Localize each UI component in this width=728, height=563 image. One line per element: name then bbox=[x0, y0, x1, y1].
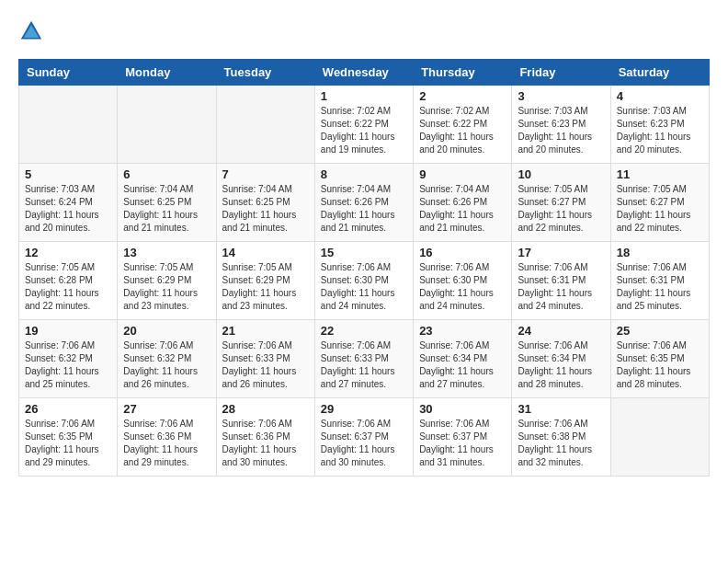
day-number: 15 bbox=[321, 246, 407, 259]
calendar-cell bbox=[19, 86, 118, 164]
calendar-cell: 31Sunrise: 7:06 AM Sunset: 6:38 PM Dayli… bbox=[512, 398, 610, 477]
page-header bbox=[18, 18, 710, 44]
day-number: 24 bbox=[518, 324, 604, 338]
day-number: 12 bbox=[25, 246, 111, 259]
calendar-cell: 18Sunrise: 7:06 AM Sunset: 6:31 PM Dayli… bbox=[610, 242, 709, 320]
day-info: Sunrise: 7:06 AM Sunset: 6:31 PM Dayligh… bbox=[518, 261, 604, 313]
day-number: 14 bbox=[222, 246, 309, 259]
calendar-cell: 6Sunrise: 7:04 AM Sunset: 6:25 PM Daylig… bbox=[118, 164, 216, 242]
day-info: Sunrise: 7:05 AM Sunset: 6:27 PM Dayligh… bbox=[518, 183, 604, 235]
calendar-header-row: SundayMondayTuesdayWednesdayThursdayFrid… bbox=[19, 60, 710, 86]
calendar-cell: 23Sunrise: 7:06 AM Sunset: 6:34 PM Dayli… bbox=[414, 320, 512, 398]
week-row-2: 5Sunrise: 7:03 AM Sunset: 6:24 PM Daylig… bbox=[19, 164, 710, 242]
calendar-cell: 20Sunrise: 7:06 AM Sunset: 6:32 PM Dayli… bbox=[118, 320, 216, 398]
day-number: 1 bbox=[321, 89, 407, 103]
day-info: Sunrise: 7:05 AM Sunset: 6:27 PM Dayligh… bbox=[617, 183, 703, 235]
day-info: Sunrise: 7:06 AM Sunset: 6:36 PM Dayligh… bbox=[222, 418, 309, 469]
calendar-table: SundayMondayTuesdayWednesdayThursdayFrid… bbox=[18, 59, 710, 477]
day-number: 30 bbox=[419, 402, 506, 416]
day-info: Sunrise: 7:06 AM Sunset: 6:35 PM Dayligh… bbox=[25, 418, 111, 469]
calendar-cell: 30Sunrise: 7:06 AM Sunset: 6:37 PM Dayli… bbox=[414, 398, 512, 477]
day-number: 31 bbox=[518, 402, 604, 416]
day-number: 26 bbox=[25, 402, 111, 416]
day-number: 6 bbox=[123, 167, 210, 181]
header-thursday: Thursday bbox=[414, 60, 512, 86]
day-number: 21 bbox=[222, 324, 309, 338]
calendar-cell: 24Sunrise: 7:06 AM Sunset: 6:34 PM Dayli… bbox=[512, 320, 610, 398]
day-info: Sunrise: 7:06 AM Sunset: 6:36 PM Dayligh… bbox=[123, 418, 210, 469]
day-number: 9 bbox=[419, 167, 506, 181]
day-number: 13 bbox=[123, 246, 210, 259]
day-info: Sunrise: 7:03 AM Sunset: 6:24 PM Dayligh… bbox=[25, 183, 111, 235]
day-info: Sunrise: 7:04 AM Sunset: 6:26 PM Dayligh… bbox=[321, 183, 407, 235]
day-number: 23 bbox=[419, 324, 506, 338]
day-info: Sunrise: 7:06 AM Sunset: 6:38 PM Dayligh… bbox=[518, 418, 604, 469]
day-info: Sunrise: 7:05 AM Sunset: 6:29 PM Dayligh… bbox=[222, 261, 309, 313]
calendar-cell: 3Sunrise: 7:03 AM Sunset: 6:23 PM Daylig… bbox=[512, 86, 610, 164]
calendar-cell: 26Sunrise: 7:06 AM Sunset: 6:35 PM Dayli… bbox=[19, 398, 118, 477]
day-number: 3 bbox=[518, 89, 604, 103]
calendar-cell: 21Sunrise: 7:06 AM Sunset: 6:33 PM Dayli… bbox=[216, 320, 314, 398]
calendar-cell: 17Sunrise: 7:06 AM Sunset: 6:31 PM Dayli… bbox=[512, 242, 610, 320]
day-number: 11 bbox=[617, 167, 703, 181]
day-number: 16 bbox=[419, 246, 506, 259]
day-info: Sunrise: 7:03 AM Sunset: 6:23 PM Dayligh… bbox=[518, 105, 604, 156]
day-number: 27 bbox=[123, 402, 210, 416]
day-info: Sunrise: 7:04 AM Sunset: 6:26 PM Dayligh… bbox=[419, 183, 506, 235]
calendar-cell: 28Sunrise: 7:06 AM Sunset: 6:36 PM Dayli… bbox=[216, 398, 314, 477]
day-info: Sunrise: 7:06 AM Sunset: 6:37 PM Dayligh… bbox=[321, 418, 407, 469]
header-saturday: Saturday bbox=[610, 60, 709, 86]
calendar-cell: 2Sunrise: 7:02 AM Sunset: 6:22 PM Daylig… bbox=[414, 86, 512, 164]
day-info: Sunrise: 7:02 AM Sunset: 6:22 PM Dayligh… bbox=[419, 105, 506, 156]
calendar-cell: 16Sunrise: 7:06 AM Sunset: 6:30 PM Dayli… bbox=[414, 242, 512, 320]
day-info: Sunrise: 7:06 AM Sunset: 6:33 PM Dayligh… bbox=[222, 339, 309, 391]
calendar-cell: 25Sunrise: 7:06 AM Sunset: 6:35 PM Dayli… bbox=[610, 320, 709, 398]
logo-icon bbox=[18, 18, 44, 44]
day-info: Sunrise: 7:04 AM Sunset: 6:25 PM Dayligh… bbox=[222, 183, 309, 235]
day-number: 8 bbox=[321, 167, 407, 181]
day-info: Sunrise: 7:06 AM Sunset: 6:34 PM Dayligh… bbox=[419, 339, 506, 391]
day-info: Sunrise: 7:05 AM Sunset: 6:28 PM Dayligh… bbox=[25, 261, 111, 313]
day-info: Sunrise: 7:04 AM Sunset: 6:25 PM Dayligh… bbox=[123, 183, 210, 235]
header-tuesday: Tuesday bbox=[216, 60, 314, 86]
day-info: Sunrise: 7:05 AM Sunset: 6:29 PM Dayligh… bbox=[123, 261, 210, 313]
calendar-cell bbox=[610, 398, 709, 477]
day-number: 18 bbox=[617, 246, 703, 259]
calendar-cell: 29Sunrise: 7:06 AM Sunset: 6:37 PM Dayli… bbox=[314, 398, 413, 477]
header-monday: Monday bbox=[118, 60, 216, 86]
day-number: 19 bbox=[25, 324, 111, 338]
day-number: 20 bbox=[123, 324, 210, 338]
week-row-4: 19Sunrise: 7:06 AM Sunset: 6:32 PM Dayli… bbox=[19, 320, 710, 398]
day-number: 22 bbox=[321, 324, 407, 338]
day-info: Sunrise: 7:06 AM Sunset: 6:35 PM Dayligh… bbox=[617, 339, 703, 391]
week-row-3: 12Sunrise: 7:05 AM Sunset: 6:28 PM Dayli… bbox=[19, 242, 710, 320]
day-info: Sunrise: 7:06 AM Sunset: 6:31 PM Dayligh… bbox=[617, 261, 703, 313]
day-info: Sunrise: 7:06 AM Sunset: 6:37 PM Dayligh… bbox=[419, 418, 506, 469]
calendar-cell: 5Sunrise: 7:03 AM Sunset: 6:24 PM Daylig… bbox=[19, 164, 118, 242]
day-info: Sunrise: 7:06 AM Sunset: 6:30 PM Dayligh… bbox=[321, 261, 407, 313]
calendar-cell: 15Sunrise: 7:06 AM Sunset: 6:30 PM Dayli… bbox=[314, 242, 413, 320]
day-info: Sunrise: 7:06 AM Sunset: 6:33 PM Dayligh… bbox=[321, 339, 407, 391]
day-info: Sunrise: 7:03 AM Sunset: 6:23 PM Dayligh… bbox=[617, 105, 703, 156]
day-number: 10 bbox=[518, 167, 604, 181]
day-number: 28 bbox=[222, 402, 309, 416]
header-sunday: Sunday bbox=[19, 60, 118, 86]
day-info: Sunrise: 7:06 AM Sunset: 6:32 PM Dayligh… bbox=[25, 339, 111, 391]
calendar-cell: 10Sunrise: 7:05 AM Sunset: 6:27 PM Dayli… bbox=[512, 164, 610, 242]
calendar-cell: 27Sunrise: 7:06 AM Sunset: 6:36 PM Dayli… bbox=[118, 398, 216, 477]
calendar-cell: 14Sunrise: 7:05 AM Sunset: 6:29 PM Dayli… bbox=[216, 242, 314, 320]
day-number: 2 bbox=[419, 89, 506, 103]
header-wednesday: Wednesday bbox=[314, 60, 413, 86]
calendar-cell: 11Sunrise: 7:05 AM Sunset: 6:27 PM Dayli… bbox=[610, 164, 709, 242]
calendar-cell: 12Sunrise: 7:05 AM Sunset: 6:28 PM Dayli… bbox=[19, 242, 118, 320]
calendar-cell bbox=[216, 86, 314, 164]
calendar-cell: 1Sunrise: 7:02 AM Sunset: 6:22 PM Daylig… bbox=[314, 86, 413, 164]
day-info: Sunrise: 7:06 AM Sunset: 6:32 PM Dayligh… bbox=[123, 339, 210, 391]
calendar-cell: 9Sunrise: 7:04 AM Sunset: 6:26 PM Daylig… bbox=[414, 164, 512, 242]
calendar-cell: 8Sunrise: 7:04 AM Sunset: 6:26 PM Daylig… bbox=[314, 164, 413, 242]
day-info: Sunrise: 7:06 AM Sunset: 6:34 PM Dayligh… bbox=[518, 339, 604, 391]
day-number: 29 bbox=[321, 402, 407, 416]
header-friday: Friday bbox=[512, 60, 610, 86]
day-number: 17 bbox=[518, 246, 604, 259]
week-row-5: 26Sunrise: 7:06 AM Sunset: 6:35 PM Dayli… bbox=[19, 398, 710, 477]
